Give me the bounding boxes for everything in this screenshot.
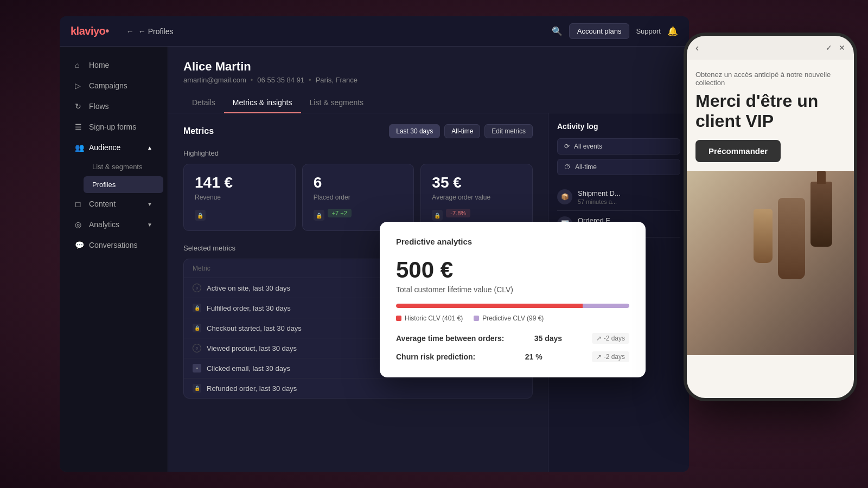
mobile-hero-subtitle: Obtenez un accès anticipé à notre nouvel…	[695, 70, 845, 87]
avg-time-label: Average time between orders:	[396, 334, 504, 343]
mobile-back-button[interactable]: ‹	[695, 42, 699, 54]
avg-order-badge: -7.8%	[446, 209, 470, 217]
support-link[interactable]: Support	[636, 27, 661, 35]
active-on-site-label: Active on site, last 30 days	[207, 284, 290, 292]
search-icon[interactable]: 🔍	[552, 26, 563, 36]
scroll-area: Metrics Last 30 days All-time Edit metri…	[168, 113, 689, 472]
sidebar-item-content[interactable]: ◻ Content ▼	[64, 194, 163, 214]
account-plans-button[interactable]: Account plans	[569, 23, 630, 39]
table-row: 🔒 Refunded order, last 30 days	[184, 378, 532, 398]
clv-bar	[396, 304, 629, 308]
all-time-filter[interactable]: ⏱ All-time	[557, 159, 680, 175]
fulfilled-order-label: Fulfilled order, last 30 days	[207, 304, 291, 312]
sidebar-item-audience[interactable]: 👥 Audience ▲	[64, 138, 163, 157]
profile-header: Alice Martin amartin@gmail.com • 06 55 3…	[168, 47, 689, 84]
placed-order-icon: 🔒	[314, 210, 324, 221]
main-window: klaviyo• ← ← Profiles 🔍 Account plans Su…	[60, 16, 689, 472]
sidebar: ⌂ Home ▷ Campaigns ↻ Flows ☰ Sign-up for…	[60, 47, 168, 472]
tab-details[interactable]: Details	[183, 93, 224, 113]
metric-card-revenue: 141 € Revenue 🔒	[183, 164, 296, 231]
sidebar-item-flows[interactable]: ↻ Flows	[64, 97, 163, 116]
content-chevron-icon: ▼	[147, 201, 152, 207]
all-events-icon: ⟳	[564, 143, 570, 150]
avg-order-name: Average order value	[432, 194, 521, 201]
sidebar-item-audience-label: Audience	[89, 143, 120, 152]
all-time-label: All-time	[575, 163, 597, 171]
sidebar-item-campaigns-label: Campaigns	[89, 81, 127, 90]
logo: klaviyo•	[71, 25, 109, 37]
profile-meta: amartin@gmail.com • 06 55 35 84 91 • Par…	[183, 76, 674, 84]
sidebar-item-home[interactable]: ⌂ Home	[64, 55, 163, 75]
profile-location: Paris, France	[316, 76, 358, 84]
mobile-topbar: ‹ ✓ ✕	[687, 36, 854, 60]
sidebar-item-profiles[interactable]: Profiles	[84, 176, 163, 193]
mobile-preview: ‹ ✓ ✕ Obtenez un accès anticipé à notre …	[684, 33, 857, 401]
bell-icon[interactable]: 🔔	[667, 26, 678, 36]
avg-time-value: 35 days	[534, 334, 562, 343]
shipment-info: Shipment D... 57 minutes a...	[578, 189, 680, 205]
revenue-icon: 🔒	[195, 210, 206, 221]
topbar-right: 🔍 Account plans Support 🔔	[552, 23, 678, 39]
shipment-time: 57 minutes a...	[578, 198, 680, 205]
mobile-topbar-actions: ✓ ✕	[826, 43, 845, 52]
profile-phone: 06 55 35 84 91	[257, 76, 304, 84]
audience-chevron-icon: ▲	[147, 145, 152, 151]
predictive-overlay: Predictive analytics 500 € Total custome…	[380, 222, 646, 377]
avg-time-row: Average time between orders: 35 days ↗ -…	[396, 333, 629, 344]
churn-risk-label: Churn risk prediction:	[396, 352, 475, 361]
clicked-email-label: Clicked email, last 30 days	[207, 364, 290, 373]
topbar-nav: ← ← Profiles	[126, 27, 174, 36]
refunded-order-icon: 🔒	[193, 384, 201, 393]
sidebar-item-signup-forms[interactable]: ☰ Sign-up forms	[64, 117, 163, 137]
avg-order-value: 35 €	[432, 174, 521, 191]
mobile-hero-title: Merci d'être un client VIP	[695, 91, 845, 131]
fulfilled-order-icon: 🔒	[193, 304, 201, 312]
mobile-hero: Obtenez un accès anticipé à notre nouvel…	[687, 60, 854, 171]
metric-card-avg-order: 35 € Average order value 🔒 -7.8%	[420, 164, 533, 231]
viewed-product-label: Viewed product, last 30 days	[207, 344, 297, 352]
sidebar-item-list-segments[interactable]: List & segments	[84, 158, 163, 175]
profile-email: amartin@gmail.com	[183, 76, 246, 84]
metric-card-placed-order: 6 Placed order 🔒 +7 +2	[302, 164, 414, 231]
checkout-started-icon: 🔒	[193, 324, 201, 332]
sidebar-audience-submenu: List & segments Profiles	[60, 158, 168, 193]
sidebar-item-home-label: Home	[89, 61, 109, 69]
shipment-icon: 📦	[557, 189, 572, 204]
historic-legend-label: Historic CLV (401 €)	[405, 314, 463, 322]
sidebar-item-signup-forms-label: Sign-up forms	[89, 123, 136, 131]
checkout-started-label: Checkout started, last 30 days	[207, 324, 302, 332]
refunded-order-label: Refunded order, last 30 days	[207, 384, 297, 393]
sidebar-item-campaigns[interactable]: ▷ Campaigns	[64, 76, 163, 95]
mobile-cta-button[interactable]: Précommander	[695, 140, 781, 162]
bottle-large-icon	[810, 182, 832, 247]
clv-bar-predictive	[583, 304, 629, 308]
mobile-check-button[interactable]: ✓	[826, 43, 832, 52]
bottle-small-icon	[754, 209, 773, 263]
conversations-icon: 💬	[75, 241, 84, 249]
main-content: Alice Martin amartin@gmail.com • 06 55 3…	[168, 47, 689, 472]
clv-bar-historic	[396, 304, 583, 308]
churn-risk-value: 21 %	[525, 352, 542, 361]
sidebar-item-analytics[interactable]: ◎ Analytics ▼	[64, 215, 163, 234]
content-area: ⌂ Home ▷ Campaigns ↻ Flows ☰ Sign-up for…	[60, 47, 689, 472]
edit-metrics-button[interactable]: Edit metrics	[484, 124, 533, 138]
mobile-close-button[interactable]: ✕	[839, 43, 845, 52]
all-events-label: All events	[574, 143, 602, 150]
avg-order-icon: 🔒	[432, 210, 443, 221]
tab-metrics[interactable]: Metrics & insights	[224, 93, 301, 113]
topbar: klaviyo• ← ← Profiles 🔍 Account plans Su…	[60, 16, 689, 47]
metrics-title: Metrics	[183, 126, 214, 136]
all-events-filter[interactable]: ⟳ All events	[557, 138, 680, 155]
sidebar-item-flows-label: Flows	[89, 102, 109, 111]
tab-list-segments[interactable]: List & segments	[301, 93, 373, 113]
activity-log-title: Activity log	[557, 122, 680, 131]
historic-legend-dot	[396, 316, 401, 321]
clv-legend: Historic CLV (401 €) Predictive CLV (99 …	[396, 314, 629, 322]
churn-risk-row: Churn risk prediction: 21 % ↗ -2 days	[396, 351, 629, 362]
last-30-days-button[interactable]: Last 30 days	[389, 124, 440, 138]
churn-risk-badge: ↗ -2 days	[592, 351, 629, 362]
sidebar-item-conversations[interactable]: 💬 Conversations	[64, 235, 163, 255]
back-arrow-icon[interactable]: ←	[126, 27, 134, 36]
topbar-profiles-link[interactable]: ← Profiles	[138, 27, 174, 36]
all-time-button[interactable]: All-time	[444, 124, 480, 138]
